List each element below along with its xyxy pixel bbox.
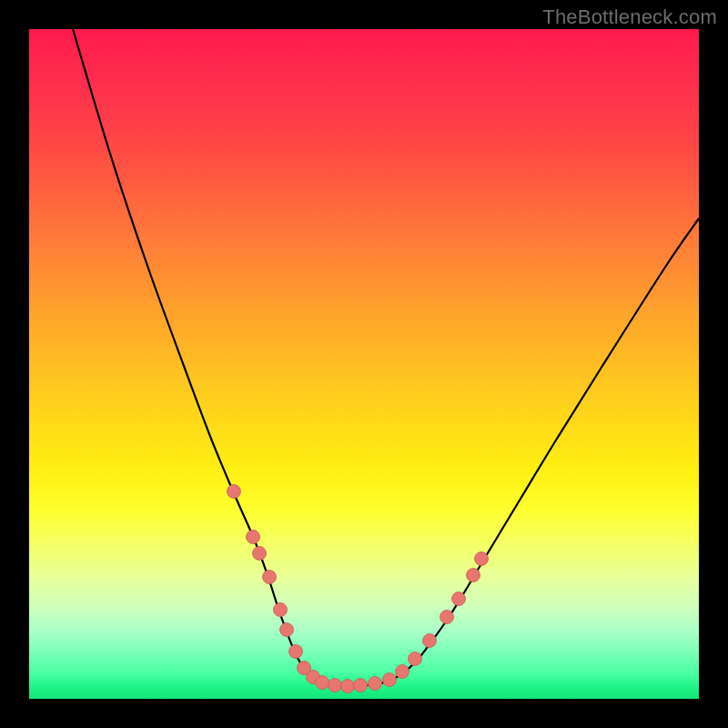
marker-dot xyxy=(383,673,397,687)
marker-dot xyxy=(289,645,303,659)
marker-dot xyxy=(440,611,454,624)
marker-group-left xyxy=(228,485,355,693)
marker-dot xyxy=(253,547,267,561)
marker-dot xyxy=(263,571,277,584)
marker-dot xyxy=(329,679,342,693)
marker-dot xyxy=(316,676,329,690)
marker-dot xyxy=(452,592,466,606)
marker-dot xyxy=(274,603,288,617)
marker-dot xyxy=(354,679,368,693)
marker-dot xyxy=(475,552,489,566)
chart-svg xyxy=(29,29,699,699)
marker-dot xyxy=(423,634,437,648)
marker-group-right xyxy=(354,552,489,693)
marker-dot xyxy=(341,680,355,693)
bottleneck-curve xyxy=(73,29,699,686)
marker-dot xyxy=(369,677,382,691)
marker-dot xyxy=(247,531,260,544)
marker-dot xyxy=(409,652,422,666)
watermark-text: TheBottleneck.com xyxy=(542,5,717,29)
marker-dot xyxy=(280,623,294,637)
plot-frame xyxy=(29,29,699,699)
marker-dot xyxy=(396,665,410,679)
marker-dot xyxy=(228,485,241,499)
marker-dot xyxy=(467,569,480,582)
